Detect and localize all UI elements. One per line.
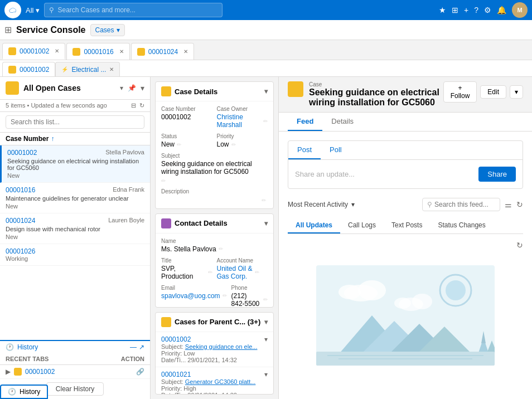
feed-search[interactable]: ⚲ bbox=[422, 198, 500, 211]
refresh-icon[interactable]: ↻ bbox=[139, 102, 144, 109]
sidebar-search-input[interactable] bbox=[6, 115, 144, 129]
filter-icon[interactable]: ⚌ bbox=[505, 200, 512, 209]
nav-icon-group: ★ ⊞ + ? ⚙ 🔔 M bbox=[439, 2, 528, 18]
subtab-00001002[interactable]: 00001002 bbox=[2, 62, 55, 76]
edit-icon[interactable]: ✏ bbox=[262, 197, 266, 203]
tab-post[interactable]: Post bbox=[288, 141, 321, 159]
chevron-down-icon[interactable]: ▾ bbox=[120, 84, 123, 92]
refresh-feed-icon[interactable]: ↻ bbox=[516, 241, 523, 250]
search-icon: ⚲ bbox=[427, 201, 432, 208]
case-item-00001002[interactable]: 00001002 Stella Pavlova Seeking guidance… bbox=[0, 145, 150, 183]
filter-status-changes[interactable]: Status Changes bbox=[430, 218, 493, 233]
case-title: Seeking guidance on electrical wiring in… bbox=[309, 87, 443, 108]
nav-all-dropdown[interactable]: All ▾ bbox=[26, 6, 40, 14]
expand-icon[interactable]: ▾ bbox=[264, 371, 268, 378]
follow-button[interactable]: + Follow bbox=[443, 81, 477, 103]
filter-text-posts[interactable]: Text Posts bbox=[384, 218, 430, 233]
history-bottom-tab[interactable]: 🕐 History bbox=[0, 385, 48, 399]
view-toggle-icon[interactable]: ⊟ bbox=[131, 102, 136, 109]
app-menu-icon[interactable]: ⊞ bbox=[4, 25, 12, 35]
edit-icon[interactable]: ✏ bbox=[255, 269, 259, 275]
share-button[interactable]: Share bbox=[478, 167, 516, 182]
card-header-case-details: Case Details ▾ bbox=[156, 82, 273, 101]
edit-icon[interactable]: ✏ bbox=[223, 293, 227, 299]
history-item[interactable]: 🕐 History — ↗ bbox=[0, 341, 150, 353]
refresh-icon[interactable]: ↻ bbox=[516, 200, 523, 209]
cases-parent-card: Cases for Parent C... (3+) ▾ 00001002 ▾ … bbox=[155, 312, 274, 395]
gear-icon[interactable]: ⚙ bbox=[484, 6, 491, 14]
global-search[interactable]: ⚲ bbox=[44, 3, 223, 17]
case-item-00001024[interactable]: 00001024 Lauren Boyle Design issue with … bbox=[0, 213, 150, 244]
case-item-00001016[interactable]: 00001016 Edna Frank Maintenance guidelin… bbox=[0, 183, 150, 213]
sidebar-meta: 5 items • Updated a few seconds ago ⊟ ↻ bbox=[0, 100, 150, 112]
edit-icon[interactable]: ✏ bbox=[263, 296, 268, 303]
tab-close-icon[interactable]: ✕ bbox=[183, 48, 188, 55]
field-email: Email spavlova@uog.com ✏ bbox=[161, 285, 227, 308]
all-open-cases-icon bbox=[6, 81, 19, 95]
external-link-icon[interactable]: ↗ bbox=[139, 343, 144, 351]
post-input-area: Share an update... Share bbox=[288, 160, 523, 188]
clear-history-button[interactable]: Clear History bbox=[46, 382, 104, 396]
tab-close-icon[interactable]: ✕ bbox=[119, 48, 124, 55]
expand-icon[interactable]: ▾ bbox=[264, 335, 268, 343]
feed-search-input[interactable] bbox=[434, 201, 490, 208]
case-details-icon bbox=[161, 86, 171, 96]
tab-00001016[interactable]: 00001016 ✕ bbox=[66, 43, 129, 60]
card-expand-icon[interactable]: ▾ bbox=[264, 220, 268, 227]
edit-icon[interactable]: ✏ bbox=[219, 246, 223, 252]
pin-icon[interactable]: 📌 bbox=[128, 84, 136, 92]
middle-panel: Case Details ▾ Case Number 00001002 Case… bbox=[151, 77, 279, 399]
sidebar: All Open Cases ▾ 📌 ▾ 5 items • Updated a… bbox=[0, 77, 151, 399]
tab-feed[interactable]: Feed bbox=[288, 113, 322, 131]
sidebar-expand-icon[interactable]: ▾ bbox=[141, 84, 144, 93]
subtab-electrical[interactable]: ⚡ Electrical ... ✕ bbox=[55, 62, 120, 76]
field-case-number: Case Number 00001002 bbox=[161, 106, 212, 129]
edit-icon[interactable]: ✏ bbox=[161, 178, 166, 184]
recent-tab-00001002[interactable]: ▶ 00001002 🔗 bbox=[0, 365, 150, 379]
sort-arrow-icon: ↑ bbox=[51, 135, 54, 143]
filter-call-logs[interactable]: Call Logs bbox=[340, 218, 384, 233]
field-account-name: Account Name United Oil &Gas Corp. ✏ bbox=[217, 257, 268, 280]
card-expand-icon[interactable]: ▾ bbox=[264, 318, 268, 326]
edit-icon[interactable]: ✏ bbox=[263, 118, 268, 124]
edit-button[interactable]: Edit bbox=[480, 85, 506, 99]
field-subject: Subject Seeking guidance on electrical w… bbox=[161, 153, 268, 184]
filter-all-updates[interactable]: All Updates bbox=[288, 218, 340, 233]
edit-icon[interactable]: ✏ bbox=[177, 142, 181, 148]
case-item-00001026[interactable]: 00001026 Working bbox=[0, 244, 150, 266]
tab-00001024[interactable]: 00001024 ✕ bbox=[131, 43, 194, 60]
edit-icon[interactable]: ✏ bbox=[231, 142, 236, 148]
app-title: Service Console bbox=[16, 25, 86, 35]
sidebar-sort[interactable]: Case Number ↑ bbox=[0, 133, 150, 145]
field-phone: Phone (212) 842-5500 ✏ bbox=[231, 285, 268, 308]
cases-tab-pill[interactable]: Cases ▾ bbox=[90, 24, 125, 36]
case-icon bbox=[8, 47, 16, 55]
question-icon[interactable]: ? bbox=[474, 6, 478, 14]
tab-poll[interactable]: Poll bbox=[321, 141, 351, 159]
right-panel: Case Seeking guidance on electrical wiri… bbox=[279, 77, 532, 399]
favorites-icon[interactable]: ★ bbox=[439, 6, 446, 14]
bell-icon[interactable]: 🔔 bbox=[497, 6, 506, 14]
chevron-right-icon: ▶ bbox=[6, 368, 11, 376]
svg-point-14 bbox=[412, 294, 432, 309]
tab-00001002[interactable]: 00001002 ✕ bbox=[2, 43, 65, 60]
avatar[interactable]: M bbox=[512, 2, 528, 18]
subtab-close-icon[interactable]: ✕ bbox=[109, 66, 114, 72]
case-details-card: Case Details ▾ Case Number 00001002 Case… bbox=[155, 81, 274, 209]
feed-body: Post Poll Share an update... Share Most … bbox=[279, 132, 532, 399]
edit-icon[interactable]: ✏ bbox=[208, 269, 212, 275]
chevron-down-icon[interactable]: ▾ bbox=[351, 201, 355, 208]
search-input[interactable] bbox=[57, 6, 217, 14]
card-expand-icon[interactable]: ▾ bbox=[264, 87, 268, 95]
grid-icon[interactable]: ⊞ bbox=[452, 6, 458, 14]
tab-close-icon[interactable]: ✕ bbox=[55, 48, 59, 54]
tab-details[interactable]: Details bbox=[322, 113, 362, 131]
sidebar-header: All Open Cases ▾ 📌 ▾ bbox=[0, 77, 150, 100]
link-icon[interactable]: 🔗 bbox=[136, 368, 144, 376]
more-actions-button[interactable]: ▾ bbox=[510, 85, 523, 99]
chevron-down-icon: ▾ bbox=[117, 26, 120, 34]
clock-icon: 🕐 bbox=[8, 388, 16, 396]
minimize-icon[interactable]: — bbox=[130, 343, 137, 351]
top-nav: All ▾ ⚲ ★ ⊞ + ? ⚙ 🔔 M bbox=[0, 0, 532, 20]
add-icon[interactable]: + bbox=[464, 6, 468, 14]
